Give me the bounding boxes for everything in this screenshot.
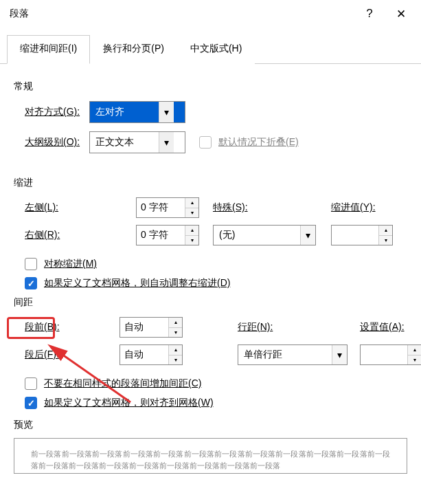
chevron-down-icon[interactable]: ▾	[332, 345, 347, 364]
align-select[interactable]: 左对齐 ▾	[89, 101, 185, 123]
mirror-indent-checkbox[interactable]	[25, 258, 37, 270]
help-button[interactable]: ?	[354, 0, 385, 28]
section-spacing: 间距	[14, 296, 407, 309]
before-spinner[interactable]: 自动 ▴▾	[120, 317, 183, 338]
tab-strip: 缩进和间距(I) 换行和分页(P) 中文版式(H)	[0, 28, 421, 64]
collapse-label: 默认情况下折叠(E)	[218, 136, 299, 149]
spinner-up-icon[interactable]: ▴	[185, 198, 198, 208]
tab-indent-spacing[interactable]: 缩进和间距(I)	[7, 35, 90, 64]
titlebar: 段落 ? ✕	[0, 0, 421, 28]
indent-right-value: 0 字符	[137, 226, 185, 245]
special-label: 特殊(S):	[213, 201, 323, 214]
chevron-down-icon[interactable]: ▾	[159, 132, 174, 153]
by-spinner[interactable]: ▴▾	[331, 225, 393, 245]
snap-grid-checkbox[interactable]	[25, 397, 37, 409]
tab-asian[interactable]: 中文版式(H)	[177, 35, 255, 64]
spinner-down-icon[interactable]: ▾	[185, 236, 198, 245]
indent-left-value: 0 字符	[137, 198, 185, 217]
section-indent: 缩进	[14, 177, 407, 189]
after-label: 段后(F):	[25, 349, 114, 361]
align-value: 左对齐	[90, 102, 159, 122]
spinner-up-icon[interactable]: ▴	[169, 318, 182, 328]
spinner-down-icon[interactable]: ▾	[379, 236, 392, 245]
indent-right-label: 右侧(R):	[25, 229, 128, 241]
by-value	[332, 226, 378, 245]
spinner-down-icon[interactable]: ▾	[169, 328, 182, 338]
indent-right-spinner[interactable]: 0 字符 ▴▾	[136, 225, 199, 245]
at-value	[361, 345, 407, 364]
spinner-down-icon[interactable]: ▾	[408, 355, 421, 365]
special-select[interactable]: (无) ▾	[213, 225, 316, 245]
special-value: (无)	[214, 226, 300, 245]
indent-left-label: 左侧(L):	[25, 201, 128, 214]
preview-label: 预览	[14, 419, 407, 431]
spinner-up-icon[interactable]: ▴	[185, 226, 198, 236]
close-button[interactable]: ✕	[385, 0, 417, 28]
line-spacing-select[interactable]: 单倍行距 ▾	[238, 344, 348, 365]
after-value: 自动	[120, 345, 168, 364]
tab-label: 中文版式(H)	[190, 43, 242, 54]
after-spinner[interactable]: 自动 ▴▾	[120, 344, 183, 365]
no-same-style-checkbox[interactable]	[25, 377, 37, 390]
indent-left-spinner[interactable]: 0 字符 ▴▾	[136, 197, 199, 218]
mirror-indent-label: 对称缩进(M)	[44, 258, 97, 270]
at-label: 设置值(A):	[360, 321, 421, 333]
collapse-checkbox[interactable]	[199, 136, 212, 149]
line-spacing-label: 行距(N):	[238, 321, 354, 333]
grid-indent-label: 如果定义了文档网格，则自动调整右缩进(D)	[44, 277, 230, 289]
line-spacing-value: 单倍行距	[238, 345, 332, 364]
tab-label: 换行和分页(P)	[103, 43, 164, 54]
window-title: 段落	[10, 8, 354, 20]
align-label: 对齐方式(G):	[14, 106, 89, 118]
spinner-up-icon[interactable]: ▴	[169, 345, 182, 355]
before-label: 段前(B):	[25, 321, 114, 333]
no-same-style-label: 不要在相同样式的段落间增加间距(C)	[44, 377, 201, 390]
grid-indent-checkbox[interactable]	[25, 277, 37, 289]
spinner-up-icon[interactable]: ▴	[408, 345, 421, 355]
outline-value: 正文文本	[90, 132, 159, 153]
by-label: 缩进值(Y):	[331, 201, 421, 214]
section-general: 常规	[14, 80, 407, 93]
chevron-down-icon[interactable]: ▾	[300, 226, 315, 245]
outline-select[interactable]: 正文文本 ▾	[89, 131, 185, 153]
outline-label: 大纲级别(O):	[14, 136, 89, 149]
spinner-down-icon[interactable]: ▾	[169, 355, 182, 365]
spinner-up-icon[interactable]: ▴	[379, 226, 392, 236]
snap-grid-label: 如果定义了文档网格，则对齐到网格(W)	[44, 397, 214, 409]
before-value: 自动	[120, 318, 168, 337]
at-spinner[interactable]: ▴▾	[360, 344, 421, 365]
spinner-down-icon[interactable]: ▾	[185, 208, 198, 218]
chevron-down-icon[interactable]: ▾	[159, 102, 174, 122]
preview-text: 前一段落前一段落前一段落前一段落前一段落前一段落前一段落前一段落前一段落前一段落…	[31, 450, 390, 470]
tab-label: 缩进和间距(I)	[20, 43, 77, 54]
preview-box: 前一段落前一段落前一段落前一段落前一段落前一段落前一段落前一段落前一段落前一段落…	[14, 438, 407, 474]
tab-pagination[interactable]: 换行和分页(P)	[90, 35, 177, 64]
